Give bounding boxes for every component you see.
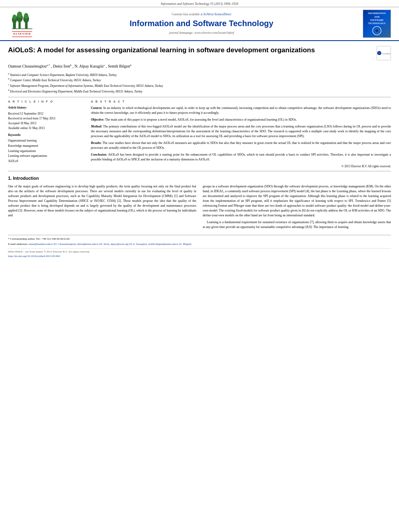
- crossmark-badge: Cross Mark CrossMark: [376, 46, 391, 60]
- author-1-sup: a,*: [47, 64, 50, 67]
- affil-3-sup: c: [8, 83, 9, 86]
- doi-text[interactable]: http://dx.doi.org/10.1016/j.infsof.2013.…: [8, 254, 391, 259]
- footnote-corresponding: * Corresponding author. Tel.: +90 312 24…: [8, 237, 391, 241]
- article-history-label: Article history:: [8, 106, 84, 110]
- svg-point-2: [12, 14, 16, 20]
- author-4-sup: d: [130, 64, 132, 67]
- journal-header: ELSEVIER Contents lists available at Sci…: [0, 7, 399, 41]
- intro-col1-text: One of the major goals of software engin…: [8, 185, 196, 217]
- abstract-objective: Objective: The main aim of this paper is…: [91, 117, 391, 122]
- date-2: Received in revised form 17 May 2013: [8, 116, 84, 121]
- affil-4-text: Electrical and Electronics Engineering D…: [10, 89, 142, 93]
- author-1-name: Oumout Chouseinoglou: [8, 64, 47, 69]
- abstract-heading: A B S T R A C T: [91, 100, 391, 104]
- author-2-sup: b: [70, 64, 72, 67]
- keyword-3: Learning organizations: [8, 149, 84, 154]
- crossmark-icon: Cross Mark: [377, 47, 382, 59]
- elsevier-tree-icon: [10, 10, 34, 31]
- abstract-method-text: The primary contributions of this two-le…: [91, 125, 391, 138]
- abstract-method: Method: The primary contributions of thi…: [91, 124, 391, 139]
- journal-header-center: Contents lists available at SciVerse Sci…: [40, 12, 363, 35]
- intro-col2-para-1: groups in a software development organiz…: [203, 184, 391, 218]
- affil-2-sup: b: [8, 78, 9, 80]
- article-info-column: A R T I C L E I N F O Article history: R…: [8, 100, 84, 169]
- article-info-heading: A R T I C L E I N F O: [8, 100, 84, 104]
- elsevier-logo-area: ELSEVIER: [4, 10, 40, 37]
- article-title-section: AiOLoS: A model for assessing organizati…: [8, 46, 391, 60]
- journal-cover-image: INFORMATION AND SOFTWARE TECHNOLOGY: [363, 10, 391, 38]
- author-3-sup: c: [104, 64, 105, 67]
- affil-2-text: Computer Center, Middle East Technical U…: [10, 78, 101, 82]
- date-4: Available online 31 May 2013: [8, 126, 84, 131]
- footnotes-section: * Corresponding author. Tel.: +90 312 24…: [8, 235, 391, 259]
- article-title: AiOLoS: A model for assessing organizati…: [8, 46, 372, 55]
- affil-4: d Electrical and Electronics Engineering…: [8, 88, 391, 94]
- intro-two-col: One of the major goals of software engin…: [8, 184, 391, 232]
- keywords-section: Keywords: Organizational learning Knowle…: [8, 133, 84, 164]
- divider-2: [8, 171, 391, 171]
- crossmark-label: CrossMark: [382, 52, 391, 55]
- abstract-text: Context: In an industry in which technol…: [91, 106, 391, 168]
- abstract-conclusion-text: AiOLoS has been designed to provide a st…: [91, 153, 391, 161]
- intro-para-1: One of the major goals of software engin…: [8, 184, 196, 218]
- intro-col2-text-1: groups in a software development organiz…: [203, 185, 391, 217]
- keywords-list: Organizational learning Knowledge manage…: [8, 138, 84, 164]
- intro-section-number: 1.: [8, 176, 12, 181]
- affil-1-sup: a: [8, 72, 9, 75]
- affil-3: c Software Management Program, Departmen…: [8, 83, 391, 88]
- journal-title: Information and Software Technology: [44, 18, 359, 29]
- abstract-objective-text: The main aim of this paper is to propose…: [105, 118, 297, 121]
- article-dates: Received 12 September 2012 Received in r…: [8, 111, 84, 131]
- svg-point-12: [375, 29, 378, 32]
- affil-3-text: Software Management Program, Department …: [10, 84, 163, 88]
- abstract-results-text: The case studies have shown that not onl…: [91, 141, 391, 150]
- affil-1-text: Statistics and Computer Science Departme…: [10, 73, 117, 76]
- sciverse-text: Contents lists available at: [172, 12, 203, 16]
- journal-ref-text: Information and Software Technology 55 (…: [161, 2, 238, 6]
- affil-1: a Statistics and Computer Science Depart…: [8, 72, 391, 77]
- introduction-section: 1. Introduction One of the major goals o…: [8, 175, 391, 231]
- divider-1: [8, 97, 391, 97]
- abstract-context-text: In an industry in which technological de…: [91, 106, 391, 115]
- cover-line3: SOFTWARE: [368, 18, 386, 22]
- intro-col-1: One of the major goals of software engin…: [8, 184, 196, 232]
- abstract-results-label: Results:: [91, 141, 102, 145]
- date-1: Received 12 September 2012: [8, 111, 84, 116]
- svg-point-5: [17, 12, 22, 18]
- cover-decoration: [371, 25, 383, 36]
- author-3-name: , N. Alpay Karagöz: [72, 64, 103, 69]
- svg-point-8: [24, 13, 29, 19]
- elsevier-logo: ELSEVIER: [4, 10, 40, 37]
- page: Information and Software Technology 55 (…: [0, 0, 399, 532]
- journal-reference-bar: Information and Software Technology 55 (…: [0, 0, 399, 7]
- date-3: Accepted 18 May 2013: [8, 121, 84, 126]
- intro-section-title-text: Introduction: [13, 176, 39, 181]
- author-2-name: , Deniz İren: [51, 64, 70, 69]
- affiliations: a Statistics and Computer Science Depart…: [8, 72, 391, 94]
- elsevier-label: ELSEVIER: [12, 31, 32, 37]
- abstract-context: Context: In an industry in which technol…: [91, 106, 391, 115]
- keyword-4: Learning software organizations: [8, 154, 84, 159]
- sciverse-link[interactable]: SciVerse ScienceDirect: [204, 12, 231, 16]
- copyright-text: © 2013 Elsevier B.V. All rights reserved…: [91, 164, 391, 168]
- abstract-conclusion: Conclusion: AiOLoS has been designed to …: [91, 152, 391, 162]
- keyword-5: AiOLoS: [8, 159, 84, 164]
- intro-col-2: groups in a software development organiz…: [203, 184, 391, 232]
- sciverse-line: Contents lists available at SciVerse Sci…: [44, 12, 359, 17]
- email-label: E-mail addresses:: [8, 242, 28, 246]
- abstract-method-label: Method:: [91, 125, 102, 128]
- abstract-context-label: Context:: [91, 106, 102, 110]
- cover-line2: AND: [368, 15, 386, 18]
- cover-line1: INFORMATION: [368, 12, 386, 15]
- journal-cover-area: INFORMATION AND SOFTWARE TECHNOLOGY: [363, 10, 395, 38]
- info-abstract-section: A R T I C L E I N F O Article history: R…: [8, 100, 391, 169]
- issn-text: 0950-5849/$ – see front matter © 2013 El…: [8, 250, 391, 254]
- intro-col2-text-2: Learning is a fundamental requirement fo…: [203, 220, 391, 229]
- affil-4-sup: d: [8, 89, 9, 91]
- footnote-emails: E-mail addresses: umut@baskent.edu.tr (O…: [8, 242, 391, 246]
- abstract-objective-label: Objective:: [91, 118, 104, 121]
- svg-text:Cross: Cross: [378, 52, 380, 53]
- abstract-conclusion-label: Conclusion:: [91, 153, 107, 156]
- keyword-1: Organizational learning: [8, 138, 84, 144]
- authors-line: Oumout Chouseinogloua,* , Deniz İrenb , …: [8, 64, 391, 69]
